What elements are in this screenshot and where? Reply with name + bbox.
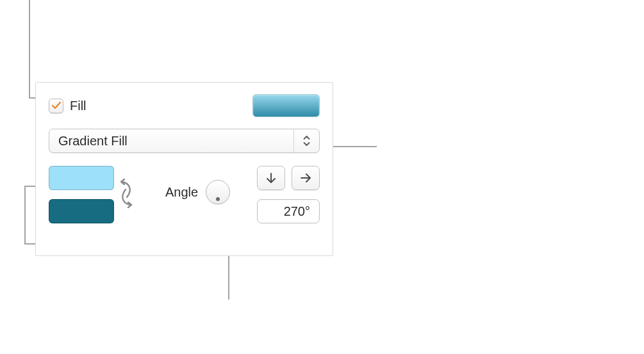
direction-right-button[interactable] (292, 166, 320, 190)
arrow-down-icon (265, 172, 277, 184)
direction-down-button[interactable] (257, 166, 285, 190)
fill-checkbox-group: Fill (49, 99, 87, 113)
swap-colors-button[interactable] (118, 178, 135, 211)
checkmark-icon (51, 101, 62, 111)
fill-header-row: Fill (49, 94, 320, 117)
direction-and-value: 270° (257, 166, 320, 223)
fill-preview-swatch[interactable] (252, 94, 320, 117)
angle-value-field[interactable]: 270° (257, 199, 320, 223)
dropdown-selected-label: Gradient Fill (49, 134, 293, 149)
callout-line (29, 0, 30, 97)
callout-line (331, 146, 377, 147)
arrow-right-icon (300, 172, 311, 184)
angle-value-text: 270° (284, 204, 310, 219)
callout-line (228, 253, 229, 300)
gradient-color-1[interactable] (49, 166, 114, 190)
gradient-color-swatches (49, 166, 135, 223)
fill-inspector-panel: Fill Gradient Fill (35, 82, 333, 256)
updown-chevron-icon (302, 135, 311, 147)
swatch-column (49, 166, 114, 223)
dropdown-arrow-button[interactable] (293, 129, 319, 152)
angle-control-group: Angle (165, 180, 230, 204)
direction-buttons (257, 166, 320, 190)
gradient-color-2[interactable] (49, 199, 114, 223)
angle-dial[interactable] (206, 180, 230, 204)
fill-checkbox[interactable] (49, 99, 63, 113)
fill-label: Fill (70, 99, 87, 113)
gradient-controls-row: Angle 270° (49, 166, 320, 223)
fill-type-dropdown[interactable]: Gradient Fill (49, 129, 320, 153)
angle-label: Angle (165, 185, 198, 200)
